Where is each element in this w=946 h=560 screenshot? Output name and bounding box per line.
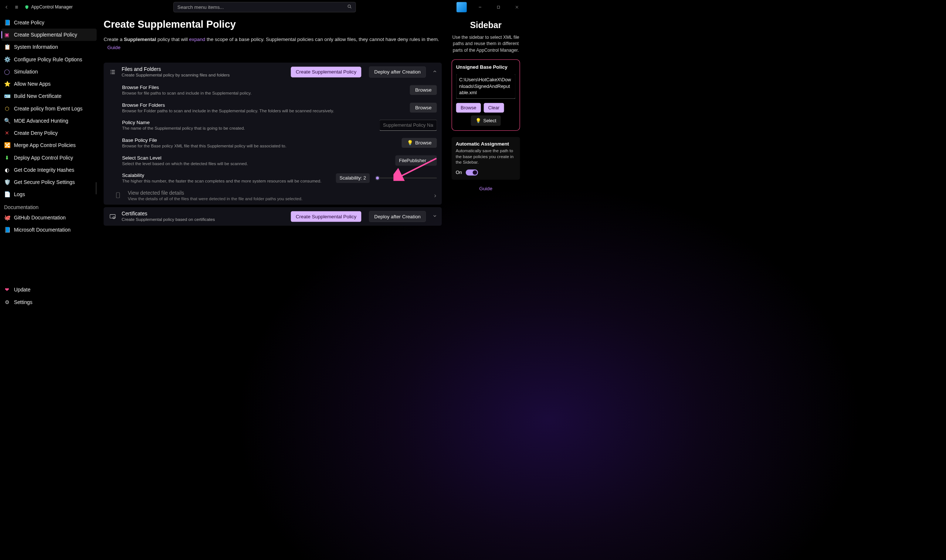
nav-secure-settings[interactable]: 🛡️Get Secure Policy Settings: [1, 176, 96, 188]
sidebar-select-btn[interactable]: 💡Select: [471, 115, 500, 126]
chevron-right-icon: [434, 194, 437, 197]
nav-simulation[interactable]: ◯Simulation: [1, 65, 96, 78]
maximize-button[interactable]: [494, 2, 504, 12]
nav-scrollbar[interactable]: [96, 182, 97, 194]
toggle-label: On: [456, 169, 462, 175]
unsigned-base-title: Unsigned Base Policy: [456, 64, 516, 70]
app-cube-icon[interactable]: [457, 2, 467, 12]
base-policy-title: Base Policy File: [122, 137, 401, 143]
scalability-slider[interactable]: [375, 178, 437, 178]
search-input[interactable]: [177, 5, 347, 10]
search-box[interactable]: [173, 2, 356, 12]
create-supplemental-btn-2[interactable]: Create Supplemental Policy: [291, 211, 361, 222]
nav-update[interactable]: ❤Update: [1, 284, 96, 296]
deploy-after-btn-2[interactable]: Deploy after Creation: [369, 211, 426, 222]
svg-rect-3: [110, 214, 115, 218]
create-supplemental-btn-1[interactable]: Create Supplemental Policy: [291, 66, 361, 77]
svg-point-0: [348, 5, 350, 8]
shield-icon: [25, 5, 29, 9]
view-details-sub: View the details of all of the files tha…: [128, 197, 428, 201]
browse-folders-sub: Browse for Folder paths to scan and incl…: [122, 108, 410, 113]
base-policy-sub: Browse for the Base policy XML file that…: [122, 143, 401, 148]
left-nav: 📘Create Policy ▣Create Supplemental Poli…: [0, 14, 98, 310]
nav-github-docs[interactable]: 🐙GitHub Documentation: [1, 211, 96, 223]
list-icon: [109, 68, 117, 76]
sidebar-browse-btn[interactable]: Browse: [456, 103, 481, 112]
nav-configure-rules[interactable]: ⚙️Configure Policy Rule Options: [1, 53, 96, 65]
chevron-down-icon-2[interactable]: [433, 214, 437, 219]
sidebar-title: Sidebar: [470, 20, 501, 30]
view-details-title: View detected file details: [128, 190, 428, 196]
certs-card-sub: Create Supplemental policy based on cert…: [122, 217, 286, 222]
row-browse-folders: Browse For Folders Browse for Folder pat…: [103, 99, 442, 117]
nav-system-info[interactable]: 📋System Information: [1, 41, 96, 53]
scalability-value: Scalability: 2: [336, 173, 369, 183]
nav-logs[interactable]: 📄Logs: [1, 188, 96, 201]
deploy-after-btn-1[interactable]: Deploy after Creation: [369, 66, 426, 78]
bulb-icon-2: 💡: [475, 118, 481, 123]
row-view-details[interactable]: View detected file details View the deta…: [103, 187, 442, 205]
close-button[interactable]: [512, 2, 522, 12]
minimize-button[interactable]: [475, 2, 485, 12]
page-description: Create a Supplemental policy that will e…: [103, 35, 442, 43]
base-policy-browse-btn[interactable]: 💡Browse: [401, 138, 437, 148]
browse-files-sub: Browse for file paths to scan and includ…: [122, 91, 410, 95]
certs-card-title: Certificates: [122, 211, 286, 217]
row-scalability: Scalability The higher this number, the …: [103, 169, 442, 187]
scalability-title: Scalability: [122, 172, 336, 178]
certificate-icon: [109, 212, 117, 220]
svg-rect-1: [497, 6, 500, 9]
hamburger-icon[interactable]: [15, 5, 19, 9]
files-card-sub: Create Supplemental policy by scanning f…: [122, 73, 286, 78]
base-policy-path[interactable]: C:\Users\HotCakeX\Downloads\SignedAndRep…: [456, 74, 516, 99]
browse-folders-btn[interactable]: Browse: [410, 103, 437, 113]
nav-merge[interactable]: 🔀Merge App Control Policies: [1, 139, 96, 151]
files-card-title: Files and Folders: [122, 66, 286, 72]
nav-section-documentation: Documentation: [1, 201, 96, 211]
browse-files-btn[interactable]: Browse: [410, 85, 437, 95]
sidebar-guide-link[interactable]: Guide: [479, 186, 492, 192]
auto-title: Automatic Assignment: [456, 141, 516, 147]
nav-event-logs[interactable]: ⬡Create policy from Event Logs: [1, 102, 96, 114]
policy-name-title: Policy Name: [122, 120, 379, 126]
sidebar-clear-btn[interactable]: Clear: [483, 103, 504, 112]
nav-mde-hunting[interactable]: 🔍MDE Advanced Hunting: [1, 114, 96, 127]
scan-level-title: Select Scan Level: [122, 155, 395, 161]
nav-deny-policy[interactable]: ✕Create Deny Policy: [1, 127, 96, 139]
nav-integrity-hashes[interactable]: ◐Get Code Integrity Hashes: [1, 164, 96, 176]
auto-assignment-toggle[interactable]: [466, 169, 478, 175]
titlebar: AppControl Manager: [0, 0, 524, 14]
nav-create-policy[interactable]: 📘Create Policy: [1, 16, 96, 28]
main-content: Create Supplemental Policy Create a Supp…: [98, 14, 448, 310]
browse-folders-title: Browse For Folders: [122, 102, 410, 108]
search-icon: [347, 5, 352, 10]
nav-settings[interactable]: ⚙Settings: [1, 296, 96, 308]
nav-create-supplemental[interactable]: ▣Create Supplemental Policy: [1, 29, 96, 41]
nav-deploy[interactable]: ⬇Deploy App Control Policy: [1, 151, 96, 164]
page-title: Create Supplemental Policy: [103, 18, 442, 30]
phone-icon: [114, 192, 122, 200]
scan-level-select[interactable]: FilePublisher: [395, 155, 437, 166]
policy-name-input[interactable]: [380, 120, 437, 131]
expand-link[interactable]: expand: [189, 37, 205, 42]
unsigned-base-box: Unsigned Base Policy C:\Users\HotCakeX\D…: [452, 60, 520, 131]
scalability-sub: The higher this number, the faster the s…: [122, 179, 336, 184]
auto-assignment-box: Automatic Assignment Automatically save …: [452, 137, 520, 180]
chevron-down-icon: [430, 159, 433, 162]
browse-files-title: Browse For Files: [122, 85, 410, 91]
guide-link[interactable]: Guide: [103, 45, 442, 51]
chevron-up-icon[interactable]: [433, 69, 437, 75]
sidebar-desc: Use the sidebar to select XML file paths…: [452, 34, 520, 53]
back-button[interactable]: [5, 5, 9, 9]
row-browse-files: Browse For Files Browse for file paths t…: [103, 81, 442, 99]
auto-sub: Automatically save the path to the base …: [456, 148, 516, 165]
nav-ms-docs[interactable]: 📘Microsoft Documentation: [1, 224, 96, 236]
right-sidebar: Sidebar Use the sidebar to select XML fi…: [447, 14, 524, 310]
bulb-icon: 💡: [407, 140, 413, 146]
nav-build-cert[interactable]: 🪪Build New Certificate: [1, 90, 96, 102]
files-folders-card: Files and Folders Create Supplemental po…: [103, 63, 442, 205]
scan-level-sub: Select the level based on which the dete…: [122, 161, 395, 166]
certificates-card: Certificates Create Supplemental policy …: [103, 207, 442, 226]
row-policy-name: Policy Name The name of the Supplemental…: [103, 116, 442, 134]
nav-allow-apps[interactable]: ⭐Allow New Apps: [1, 78, 96, 90]
